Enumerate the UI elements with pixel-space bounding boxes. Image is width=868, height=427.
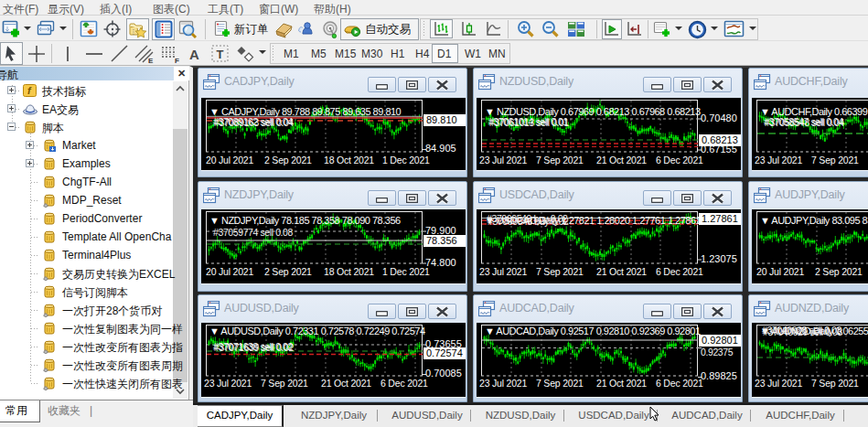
svg-text:T: T <box>216 48 223 61</box>
svg-text:E: E <box>148 57 154 64</box>
svg-text:F: F <box>175 57 179 64</box>
